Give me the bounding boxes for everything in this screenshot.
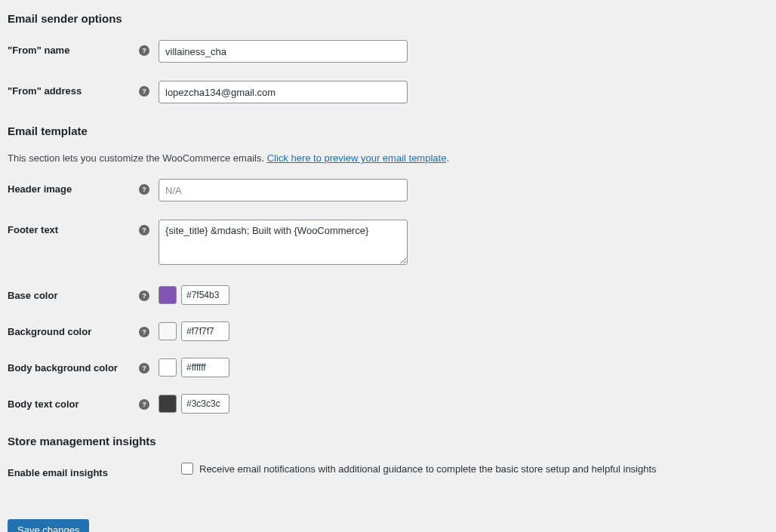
enable-insights-checkbox[interactable] bbox=[181, 463, 193, 475]
template-description-suffix: . bbox=[446, 152, 449, 164]
base-color-row: Base color ? bbox=[8, 285, 768, 305]
body-text-color-input[interactable] bbox=[181, 394, 229, 414]
header-image-row: Header image ? bbox=[8, 179, 768, 201]
header-image-label: Header image bbox=[8, 183, 72, 195]
preview-template-link[interactable]: Click here to preview your email templat… bbox=[267, 152, 447, 164]
body-bg-color-label: Body background color bbox=[8, 362, 118, 374]
enable-insights-row: Enable email insights Receive email noti… bbox=[8, 463, 768, 478]
enable-insights-label: Enable email insights bbox=[8, 467, 108, 478]
body-bg-color-input[interactable] bbox=[181, 358, 229, 377]
body-text-color-row: Body text color ? bbox=[8, 394, 768, 414]
background-color-label: Background color bbox=[8, 326, 91, 337]
footer-text-row: Footer text ? {site_title} &mdash; Built… bbox=[8, 220, 768, 267]
help-icon[interactable]: ? bbox=[139, 291, 149, 301]
template-description: This section lets you customize the WooC… bbox=[8, 152, 768, 164]
base-color-swatch[interactable] bbox=[159, 286, 177, 304]
base-color-label: Base color bbox=[8, 290, 57, 301]
footer-text-label: Footer text bbox=[8, 224, 58, 235]
background-color-row: Background color ? bbox=[8, 321, 768, 341]
background-color-input[interactable] bbox=[181, 321, 229, 341]
help-icon[interactable]: ? bbox=[139, 184, 149, 195]
body-text-color-swatch[interactable] bbox=[159, 395, 177, 413]
help-icon[interactable]: ? bbox=[139, 45, 149, 56]
from-address-row: "From" address ? bbox=[8, 81, 768, 103]
help-icon[interactable]: ? bbox=[139, 399, 149, 410]
section-title-sender: Email sender options bbox=[8, 12, 768, 25]
from-name-row: "From" name ? bbox=[8, 40, 768, 63]
from-address-label: "From" address bbox=[8, 85, 82, 97]
help-icon[interactable]: ? bbox=[139, 86, 149, 97]
save-button[interactable]: Save changes bbox=[8, 519, 89, 532]
footer-text-input[interactable]: {site_title} &mdash; Built with {WooComm… bbox=[159, 220, 408, 265]
from-address-input[interactable] bbox=[159, 81, 408, 103]
from-name-label: "From" name bbox=[8, 45, 69, 56]
body-bg-color-swatch[interactable] bbox=[159, 358, 177, 377]
enable-insights-checkbox-label: Receive email notifications with additio… bbox=[199, 463, 657, 475]
template-description-prefix: This section lets you customize the WooC… bbox=[8, 152, 267, 164]
section-title-insights: Store management insights bbox=[8, 435, 768, 447]
body-text-color-label: Body text color bbox=[8, 398, 79, 410]
section-title-template: Email template bbox=[8, 125, 768, 137]
help-icon[interactable]: ? bbox=[139, 327, 149, 337]
from-name-input[interactable] bbox=[159, 40, 408, 63]
help-icon[interactable]: ? bbox=[139, 225, 149, 235]
header-image-input[interactable] bbox=[159, 179, 408, 201]
help-icon[interactable]: ? bbox=[139, 363, 149, 374]
body-bg-color-row: Body background color ? bbox=[8, 358, 768, 377]
base-color-input[interactable] bbox=[181, 285, 229, 305]
background-color-swatch[interactable] bbox=[159, 322, 177, 340]
